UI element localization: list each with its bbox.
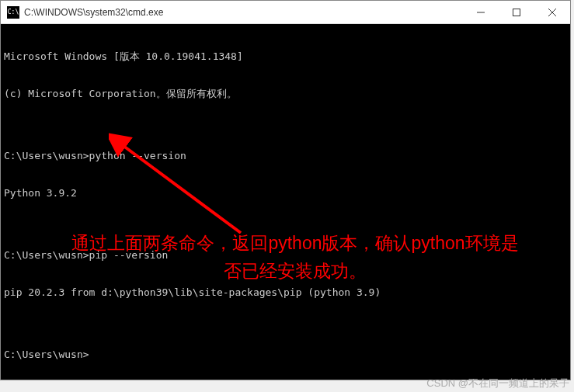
terminal-area[interactable]: Microsoft Windows [版本 10.0.19041.1348] (… bbox=[1, 24, 570, 380]
close-icon bbox=[548, 9, 556, 16]
maximize-icon bbox=[513, 9, 520, 16]
terminal-line: C:\Users\wusn>pip --version bbox=[4, 249, 567, 262]
titlebar[interactable]: C:\ C:\WINDOWS\system32\cmd.exe bbox=[1, 1, 570, 24]
minimize-button[interactable] bbox=[463, 1, 499, 23]
maximize-button[interactable] bbox=[499, 1, 534, 23]
watermark: CSDN @不在同一频道上的呆子 bbox=[426, 376, 569, 390]
terminal-line: pip 20.2.3 from d:\python39\lib\site-pac… bbox=[4, 286, 567, 299]
terminal-line: C:\Users\wusn> bbox=[4, 349, 567, 361]
svg-rect-1 bbox=[513, 9, 520, 16]
minimize-icon bbox=[477, 9, 485, 16]
terminal-line: (c) Microsoft Corporation。保留所有权利。 bbox=[4, 88, 567, 100]
close-button[interactable] bbox=[534, 1, 570, 23]
terminal-line: Microsoft Windows [版本 10.0.19041.1348] bbox=[4, 50, 567, 63]
cmd-window: C:\ C:\WINDOWS\system32\cmd.exe Microsof… bbox=[0, 0, 571, 380]
window-controls bbox=[463, 1, 570, 23]
terminal-line: Python 3.9.2 bbox=[4, 187, 567, 199]
window-title: C:\WINDOWS\system32\cmd.exe bbox=[24, 7, 463, 18]
terminal-line: C:\Users\wusn>python --version bbox=[4, 150, 567, 162]
cmd-icon: C:\ bbox=[7, 6, 19, 19]
